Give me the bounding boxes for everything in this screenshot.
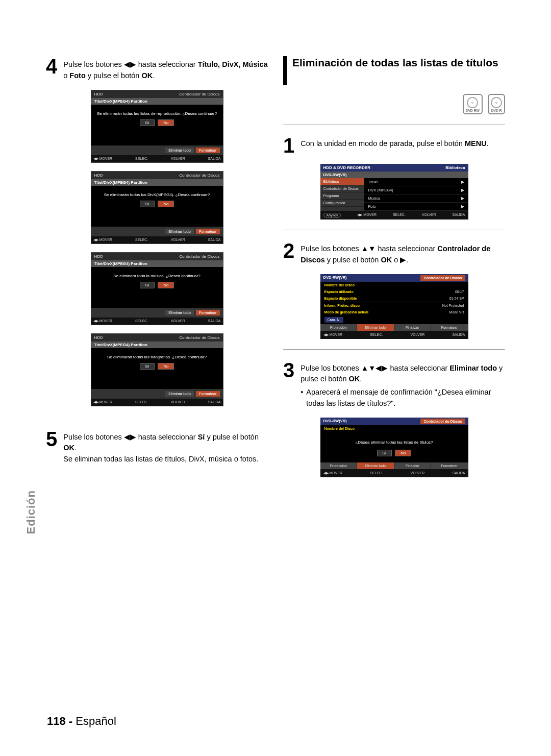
- text-bold: Foto: [69, 71, 85, 80]
- step-number: 1: [283, 135, 294, 156]
- text: .: [153, 71, 155, 80]
- hint: ◀▶ MOVER: [93, 238, 113, 242]
- step-number: 4: [46, 56, 57, 77]
- text-bold: Sí: [198, 433, 205, 441]
- step-4: 4 Pulse los botones ◀▶ hasta seleccionar…: [46, 56, 268, 82]
- tab-formatear[interactable]: Formatear: [431, 462, 468, 469]
- hint: SALIDA: [453, 333, 465, 337]
- text: Pulse los botones ▲▼ hasta seleccionar: [300, 245, 437, 253]
- hint: SELEC.: [370, 471, 383, 475]
- section-tab: Edición: [24, 490, 38, 534]
- side-item[interactable]: Configuración: [320, 200, 364, 207]
- anykey-pill: Anykey: [323, 213, 341, 217]
- step-text: Pulse los botones ▲▼◀▶ hasta seleccionar…: [300, 360, 505, 409]
- hint: VOLVER: [410, 471, 424, 475]
- left-column: 4 Pulse los botones ◀▶ hasta seleccionar…: [46, 56, 268, 485]
- tab-proteccion[interactable]: Protección: [320, 324, 358, 331]
- yes-button[interactable]: Sí: [140, 363, 155, 370]
- delete-all-tab[interactable]: Eliminar todo: [165, 148, 194, 153]
- step-text: Pulse los botones ◀▶ hasta seleccionar S…: [63, 429, 268, 465]
- format-tab[interactable]: Formatear: [196, 391, 220, 397]
- partition-band: Titel/DivX(MPEG4) Partition: [91, 342, 223, 348]
- hint: SELEC.: [370, 333, 383, 337]
- separator: [283, 230, 505, 230]
- disc-compat-icons: DVD-RW DVD-R: [283, 94, 505, 114]
- side-item[interactable]: Programa: [320, 192, 364, 200]
- hint: VOLVER: [171, 319, 185, 323]
- text: y pulse el botón: [325, 256, 381, 264]
- arrow-icon: ▶: [461, 180, 464, 184]
- hint: SELEC.: [135, 238, 148, 242]
- text-bold: Título, DivX, Música: [198, 60, 268, 68]
- yes-button[interactable]: Sí: [140, 282, 155, 288]
- text: Con la unidad en modo de parada, pulse e…: [300, 139, 465, 148]
- disc-mode: DVD-RW(VR): [323, 419, 347, 424]
- delete-all-tab[interactable]: Eliminar todo: [165, 310, 194, 315]
- screenshot-confirm-3: HDDControlador de Discos Titel/DivX(MPEG…: [91, 252, 223, 325]
- dialog-msg: Se eliminarán todas las fotografías. ¿De…: [95, 354, 219, 360]
- tab-proteccion[interactable]: Protección: [320, 462, 358, 469]
- label: HDD: [94, 92, 103, 96]
- label: HDD: [94, 335, 103, 340]
- yes-button[interactable]: Sí: [140, 119, 155, 126]
- delete-all-tab[interactable]: Eliminar todo: [165, 391, 194, 397]
- text: y pulse el botón: [86, 71, 142, 80]
- tab-eliminar-todo[interactable]: Eliminar todo: [357, 462, 394, 469]
- camn-pill[interactable]: Cam. N.: [324, 317, 344, 323]
- screenshot-confirm-4: HDDControlador de Discos Titel/DivX(MPEG…: [91, 333, 223, 406]
- arrow-icon: ▶: [461, 204, 464, 209]
- label: Controlador de Discos: [179, 173, 219, 178]
- partition-band: Titel/DivX(MPEG4) Partition: [91, 98, 223, 105]
- text: .: [360, 375, 362, 383]
- no-button[interactable]: No: [395, 450, 411, 456]
- step-2: 2 Pulse los botones ▲▼ hasta seleccionar…: [283, 240, 505, 266]
- format-tab[interactable]: Formatear: [196, 310, 220, 315]
- text: y pulse el botón: [205, 433, 259, 441]
- text: o ▶.: [392, 256, 408, 264]
- tab-finalizar[interactable]: Finalizar: [394, 324, 432, 331]
- no-button[interactable]: No: [158, 119, 174, 126]
- side-item[interactable]: Controlador de Discos: [320, 185, 364, 192]
- info-label: Inform. Protec. disco: [324, 304, 360, 307]
- no-button[interactable]: No: [158, 201, 174, 207]
- delete-all-tab[interactable]: Eliminar todo: [165, 229, 194, 234]
- label: HDD: [94, 254, 103, 259]
- heading-bar: [283, 56, 287, 85]
- menu-item[interactable]: Música: [368, 196, 381, 201]
- page-number: 118 -: [47, 715, 72, 727]
- tab-eliminar-todo[interactable]: Eliminar todo: [357, 324, 394, 331]
- hint: ◀▶ MOVER: [323, 471, 343, 475]
- menu-item[interactable]: Título: [368, 180, 378, 184]
- screenshot-confirm-2: HDDControlador de Discos Titel/DivX(MPEG…: [91, 171, 223, 244]
- yes-button[interactable]: Sí: [140, 201, 155, 207]
- yes-button[interactable]: Sí: [377, 450, 392, 456]
- format-tab[interactable]: Formatear: [196, 229, 220, 234]
- info-label: Nombre del Disco: [324, 427, 355, 430]
- partition-band: Titel/DivX(MPEG4) Partition: [91, 260, 223, 267]
- separator: [283, 349, 505, 350]
- tab-finalizar[interactable]: Finalizar: [394, 462, 432, 469]
- label: Controlador de Discos: [179, 335, 219, 340]
- menu-item[interactable]: Foto: [368, 204, 376, 209]
- dialog-msg: Se eliminarán todas las listas de reprod…: [95, 111, 219, 116]
- disc-label: DVD-RW: [466, 109, 480, 112]
- tab-formatear[interactable]: Formatear: [431, 324, 468, 331]
- info-label: Nombre del Disco: [324, 283, 355, 287]
- screenshot-confirm-1: HDDControlador de Discos Titel/DivX(MPEG…: [91, 90, 223, 163]
- disc-icon-dvdrw: DVD-RW: [463, 94, 483, 114]
- text-bold: OK: [141, 71, 153, 80]
- screenshot-confirm-titles: DVD-RW(VR) Controlador de Discos Nombre …: [320, 418, 468, 477]
- side-item[interactable]: Biblioteca: [320, 178, 364, 185]
- hint: ◀▶ MOVER: [323, 333, 343, 337]
- menu-item[interactable]: DivX (MPEG4): [368, 188, 393, 192]
- no-button[interactable]: No: [158, 363, 174, 370]
- text: Se eliminan todas las listas de títulos,…: [63, 455, 258, 463]
- arrow-icon: ▶: [461, 196, 464, 201]
- hint: SELEC.: [135, 319, 148, 323]
- no-button[interactable]: No: [158, 282, 174, 288]
- label: HDD & DVD RECORDER: [323, 165, 370, 170]
- page-footer: 118 - Español: [47, 715, 116, 728]
- text-bold: OK: [63, 444, 74, 452]
- format-tab[interactable]: Formatear: [196, 148, 220, 153]
- text-bold: OK: [381, 256, 392, 264]
